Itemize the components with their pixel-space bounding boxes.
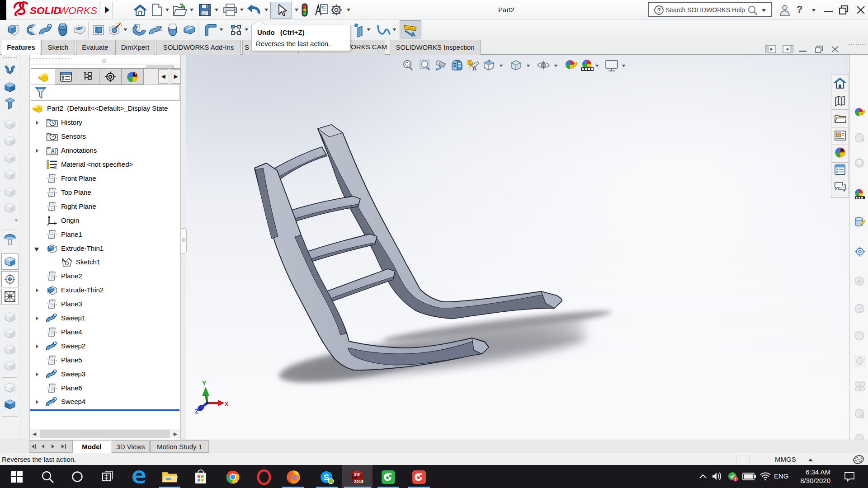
svg-text:SW: SW	[354, 472, 361, 477]
svg-text:2018: 2018	[354, 479, 363, 484]
svg-text:?: ?	[657, 7, 661, 14]
